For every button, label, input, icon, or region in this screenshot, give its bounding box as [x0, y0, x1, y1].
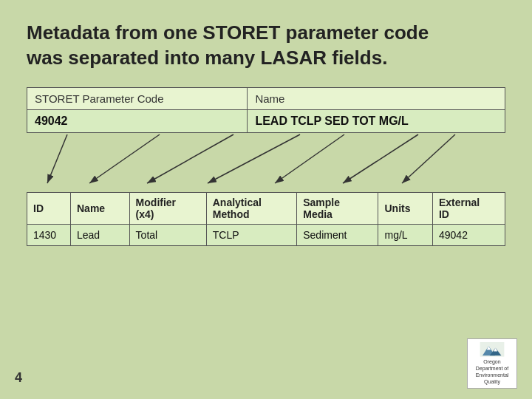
svg-line-3: [147, 134, 233, 183]
cell-name: Lead: [70, 224, 129, 245]
storet-code-value: 49042: [27, 109, 248, 132]
deq-mountain-graphic: [474, 342, 511, 357]
col-header-sample: SampleMedia: [297, 192, 378, 224]
title-line1: Metadata from one STORET parameter code: [27, 21, 429, 44]
cell-id: 1430: [27, 224, 71, 245]
name-header: Name: [248, 87, 505, 109]
cell-external: 49042: [432, 224, 505, 245]
storet-code-header: STORET Parameter Code: [27, 87, 248, 109]
col-header-id: ID: [27, 192, 71, 224]
title-line2: was separated into many LASAR fields.: [27, 47, 387, 69]
svg-line-5: [275, 134, 344, 183]
slide: Metadata from one STORET parameter code …: [0, 0, 532, 399]
col-header-external: ExternalID: [432, 192, 505, 224]
cell-analytical: TCLP: [206, 224, 297, 245]
cell-sample: Sediment: [297, 224, 378, 245]
slide-title: Metadata from one STORET parameter code …: [27, 21, 505, 71]
col-header-units: Units: [378, 192, 433, 224]
cell-modifier: Total: [129, 224, 206, 245]
arrow-section: [27, 133, 505, 192]
svg-line-2: [89, 134, 160, 183]
arrows-svg: [27, 133, 505, 192]
col-header-name: Name: [70, 192, 129, 224]
deq-text: Oregon Department of Environmental Quali…: [476, 358, 509, 385]
svg-line-4: [208, 134, 300, 183]
deq-logo: Oregon Department of Environmental Quali…: [467, 338, 517, 389]
col-header-modifier: Modifier(x4): [129, 192, 206, 224]
col-header-analytical: AnalyticalMethod: [206, 192, 297, 224]
sub-table: ID Name Modifier(x4) AnalyticalMethod Sa…: [27, 192, 505, 246]
svg-line-1: [47, 134, 67, 183]
svg-line-6: [343, 134, 418, 183]
svg-line-7: [402, 134, 455, 183]
storet-table: STORET Parameter Code Name 49042 LEAD TC…: [27, 87, 505, 133]
cell-units: mg/L: [378, 224, 433, 245]
table-row: 1430 Lead Total TCLP Sediment mg/L 49042: [27, 224, 505, 245]
page-number: 4: [15, 370, 22, 386]
name-value: LEAD TCLP SED TOT MG/L: [248, 109, 505, 132]
